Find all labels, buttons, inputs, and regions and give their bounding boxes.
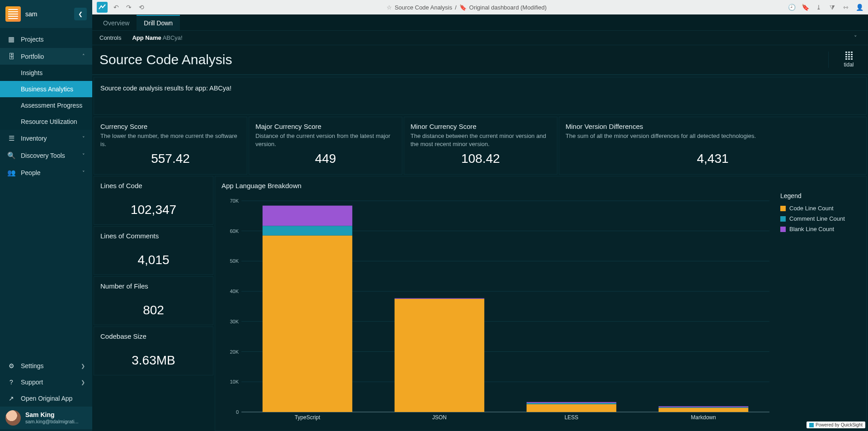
svg-text:JSON: JSON (432, 414, 447, 421)
redo-button[interactable]: ↷ (125, 3, 133, 11)
legend-swatch (780, 216, 786, 222)
main: ↶ ↷ ⟲ ☆ Source Code Analysis / 🔖 Origina… (92, 0, 868, 431)
app-logo-icon (5, 6, 21, 22)
sidebar-subitem-assessment-progress[interactable]: Assessment Progress (0, 97, 92, 114)
legend-label: Code Line Count (789, 205, 834, 212)
people-icon: 👥 (7, 169, 15, 177)
sidebar-subitem-business-analytics[interactable]: Business Analytics (0, 81, 92, 97)
sidebar-item-inventory[interactable]: ☰ Inventory ˅ (0, 130, 92, 147)
chart-legend: Legend Code Line Count Comment Line Coun… (774, 192, 860, 429)
search-icon: 🔍 (7, 152, 15, 160)
sidebar-collapse-button[interactable]: ❮ (74, 8, 87, 20)
sidebar-item-label: Support (21, 379, 43, 386)
kpi-title: Minor Currency Score (410, 123, 551, 130)
svg-text:0: 0 (236, 409, 239, 415)
sidebar-item-support[interactable]: ? Support ❯ (0, 374, 92, 390)
svg-rect-29 (659, 406, 749, 407)
breadcrumb-main[interactable]: Source Code Analysis (395, 4, 452, 11)
sidebar-item-label: Open Original App (21, 395, 72, 402)
clock-icon[interactable]: 🕘 (788, 3, 796, 11)
sidebar-subitem-label: Resource Utilization (21, 118, 77, 125)
filter-button[interactable]: ⧩ (828, 3, 836, 11)
svg-text:40K: 40K (230, 289, 239, 294)
kpi-desc: Distance of the current version from the… (255, 132, 396, 148)
profile-name: Sam King (25, 411, 79, 419)
sidebar-item-projects[interactable]: ▦ Projects (0, 31, 92, 48)
sidebar-profile[interactable]: Sam King sam.king@tidalmigrati... (0, 407, 92, 429)
undo-button[interactable]: ↶ (112, 3, 120, 11)
portfolio-icon: 🗄 (7, 52, 15, 60)
kpi-value: 557.42 (100, 148, 241, 166)
sidebar-subitem-label: Insights (21, 69, 42, 76)
svg-rect-16 (263, 236, 353, 412)
kpi-title: Currency Score (100, 123, 241, 130)
legend-item-comment-line-count[interactable]: Comment Line Count (780, 215, 860, 222)
kpi-currency-score: Currency Score The lower the number, the… (94, 117, 247, 175)
svg-text:LESS: LESS (565, 414, 579, 421)
tabs: Overview Drill Down (92, 14, 868, 31)
breadcrumb-sep: / (455, 4, 457, 11)
kpi-row: Currency Score The lower the number, the… (94, 117, 867, 175)
svg-rect-23 (527, 404, 617, 412)
svg-text:10K: 10K (230, 379, 239, 384)
brand-glyph-icon (845, 52, 853, 60)
chart-title: App Language Breakdown (222, 182, 860, 189)
svg-rect-18 (263, 206, 353, 226)
controls-collapse-button[interactable]: ˅ (854, 34, 861, 41)
bookmark-icon[interactable]: 🔖 (459, 4, 467, 11)
toolbar: ↶ ↷ ⟲ ☆ Source Code Analysis / 🔖 Origina… (92, 0, 868, 14)
description-text: Source code analysis results for app: AB… (100, 85, 231, 92)
refresh-button[interactable]: ⟲ (137, 3, 146, 11)
legend-swatch (780, 227, 786, 232)
sidebar-item-label: Inventory (21, 135, 47, 142)
projects-icon: ▦ (7, 35, 15, 43)
star-icon[interactable]: ☆ (387, 4, 392, 11)
sidebar-subitem-resource-utilization[interactable]: Resource Utilization (0, 114, 92, 130)
stat-lines-of-comments: Lines of Comments 4,015 (94, 226, 213, 275)
stat-title: Lines of Comments (100, 232, 207, 240)
svg-rect-25 (527, 402, 617, 403)
avatar (5, 410, 21, 426)
quicksight-icon[interactable] (97, 2, 108, 13)
control-app-name[interactable]: App Name ABCya! (132, 34, 182, 41)
kpi-value: 4,431 (566, 148, 860, 166)
bookmark-button[interactable]: 🔖 (801, 3, 809, 11)
sidebar-item-label: Settings (21, 362, 44, 369)
legend-item-code-line-count[interactable]: Code Line Count (780, 205, 860, 212)
sidebar-subitem-insights[interactable]: Insights (0, 65, 92, 81)
chart-body: 010K20K30K40K50K60K70KTypeScriptJSONLESS… (222, 192, 860, 429)
kpi-minor-currency-score: Minor Currency Score The distance betwee… (404, 117, 557, 175)
sidebar-subitem-label: Assessment Progress (21, 102, 82, 109)
sidebar-item-portfolio[interactable]: 🗄 Portfolio ˄ (0, 48, 92, 65)
sidebar-item-label: Portfolio (21, 53, 44, 60)
sidebar-username: sam (25, 10, 70, 18)
page-title: Source Code Analysis (99, 52, 828, 67)
svg-text:60K: 60K (230, 228, 239, 234)
gear-icon: ⚙ (7, 362, 15, 369)
sidebar-item-settings[interactable]: ⚙ Settings ❯ (0, 358, 92, 374)
svg-rect-20 (395, 299, 485, 412)
svg-text:Markdown: Markdown (691, 414, 716, 421)
stat-lines-of-code: Lines of Code 102,347 (94, 176, 213, 225)
tab-drill-down[interactable]: Drill Down (137, 15, 180, 30)
legend-label: Comment Line Count (789, 215, 845, 222)
legend-item-blank-line-count[interactable]: Blank Line Count (780, 226, 860, 232)
kpi-major-currency-score: Major Currency Score Distance of the cur… (249, 117, 402, 175)
breadcrumb-sub[interactable]: Original dashboard (Modified) (469, 4, 547, 11)
sidebar-item-discovery-tools[interactable]: 🔍 Discovery Tools ˅ (0, 147, 92, 164)
sidebar-item-people[interactable]: 👥 People ˅ (0, 164, 92, 181)
chart-plot-area[interactable]: 010K20K30K40K50K60K70KTypeScriptJSONLESS… (222, 192, 774, 429)
sidebar-item-label: People (21, 169, 41, 176)
chevron-right-icon: ❯ (81, 379, 85, 385)
fit-width-button[interactable]: ⇿ (842, 3, 850, 11)
sidebar-item-open-original[interactable]: ↗ Open Original App (0, 390, 92, 407)
user-button[interactable]: 👤 (855, 3, 863, 11)
export-button[interactable]: ⤓ (815, 3, 823, 11)
kpi-desc: The sum of all the minor version differe… (566, 132, 860, 140)
tab-overview[interactable]: Overview (96, 16, 137, 30)
profile-email: sam.king@tidalmigrati... (25, 419, 79, 425)
stat-title: Lines of Code (100, 182, 207, 189)
chevron-up-icon: ˄ (82, 53, 85, 59)
toolbar-right: 🕘 🔖 ⤓ ⧩ ⇿ 👤 (788, 3, 863, 11)
svg-rect-28 (659, 407, 749, 407)
